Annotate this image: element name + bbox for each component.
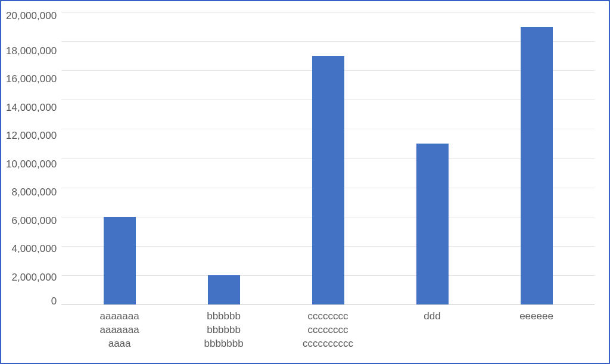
- x-label-line: cccccccc: [276, 323, 380, 337]
- bar-slot: [484, 12, 589, 304]
- x-label-line: aaaaaaa: [67, 323, 172, 337]
- x-label-line: aaaa: [67, 337, 172, 351]
- x-axis-spacer: [6, 305, 61, 351]
- x-label: cccccccccccccccccccccccccc: [276, 310, 380, 351]
- x-label-line: cccccccc: [276, 310, 380, 323]
- x-label: bbbbbbbbbbbbbbbbbbb: [172, 310, 276, 351]
- x-label-line: bbbbbbb: [172, 337, 276, 351]
- y-tick: 12,000,000: [6, 130, 57, 141]
- x-label-line: cccccccccc: [276, 337, 380, 351]
- bars-container: [61, 12, 595, 304]
- y-tick: 6,000,000: [11, 215, 57, 225]
- y-tick: 14,000,000: [6, 102, 57, 112]
- bar-slot: [172, 12, 276, 304]
- y-axis: 20,000,00018,000,00016,000,00014,000,000…: [6, 12, 61, 305]
- x-label: aaaaaaaaaaaaaaaaaa: [67, 310, 172, 351]
- y-tick: 4,000,000: [11, 244, 57, 254]
- bar: [416, 144, 449, 304]
- x-label-line: aaaaaaa: [67, 310, 172, 323]
- y-tick: 10,000,000: [6, 158, 57, 169]
- x-label: eeeeee: [484, 310, 589, 351]
- x-label-line: bbbbbb: [172, 310, 276, 323]
- y-tick: 0: [51, 296, 57, 306]
- x-label: ddd: [380, 310, 484, 351]
- bar: [521, 27, 553, 305]
- bar-slot: [67, 12, 172, 304]
- bar: [208, 275, 240, 304]
- x-label-line: eeeeee: [484, 310, 589, 323]
- plot-area: [61, 12, 595, 305]
- y-tick: 8,000,000: [11, 187, 57, 197]
- y-tick: 20,000,000: [6, 11, 57, 21]
- x-axis: aaaaaaaaaaaaaaaaaabbbbbbbbbbbbbbbbbbbccc…: [61, 305, 595, 351]
- bar-slot: [276, 12, 380, 304]
- plot-wrap: [61, 12, 595, 305]
- chart-body: 20,000,00018,000,00016,000,00014,000,000…: [6, 12, 595, 305]
- x-label-line: bbbbbb: [172, 323, 276, 337]
- y-tick: 18,000,000: [6, 45, 57, 55]
- bar: [312, 56, 344, 305]
- x-axis-outer: aaaaaaaaaaaaaaaaaabbbbbbbbbbbbbbbbbbbccc…: [6, 305, 595, 351]
- chart-frame: 20,000,00018,000,00016,000,00014,000,000…: [0, 0, 610, 364]
- x-label-line: ddd: [380, 310, 484, 323]
- y-tick: 2,000,000: [11, 272, 57, 282]
- bar: [104, 217, 136, 304]
- y-tick: 16,000,000: [6, 74, 57, 84]
- bar-slot: [380, 12, 484, 304]
